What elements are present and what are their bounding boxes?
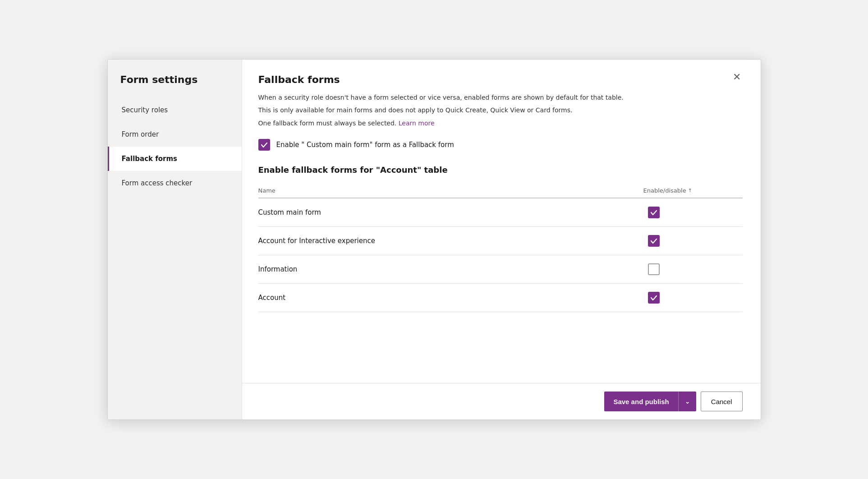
page-title: Fallback forms [258, 74, 340, 85]
description-2: This is only available for main forms an… [258, 105, 743, 115]
table-row: Account [258, 284, 743, 312]
description-3: One fallback form must always be selecte… [258, 118, 743, 128]
form-enable-checkbox[interactable] [648, 263, 660, 275]
form-name-cell: Custom main form [258, 208, 643, 216]
sidebar-item-fallback-forms[interactable]: Fallback forms [108, 147, 242, 171]
sort-arrow-icon[interactable]: ↑ [688, 188, 692, 193]
main-header: Fallback forms ✕ [242, 60, 761, 85]
learn-more-link[interactable]: Learn more [399, 120, 435, 127]
checkmark-icon [650, 209, 657, 216]
sidebar-item-security-roles[interactable]: Security roles [108, 98, 242, 122]
col-header-name: Name [258, 187, 643, 194]
close-button[interactable]: ✕ [731, 72, 743, 82]
form-name-cell: Account [258, 294, 643, 302]
description-1: When a security role doesn't have a form… [258, 92, 743, 102]
form-enable-cell [643, 263, 743, 275]
col-header-enable: Enable/disable ↑ [643, 187, 743, 194]
checkmark-icon [650, 237, 657, 244]
footer: Save and publish ⌄ Cancel [242, 383, 761, 419]
table-row: Information [258, 255, 743, 284]
sidebar-item-form-access-checker[interactable]: Form access checker [108, 171, 242, 195]
main-content: When a security role doesn't have a form… [242, 85, 761, 383]
forms-table: Name Enable/disable ↑ Custom main formAc… [258, 184, 743, 312]
sidebar-nav: Security rolesForm orderFallback formsFo… [108, 98, 242, 195]
section-subtitle: Enable fallback forms for "Account" tabl… [258, 165, 743, 175]
sidebar: Form settings Security rolesForm orderFa… [108, 60, 242, 419]
save-publish-button[interactable]: Save and publish ⌄ [604, 391, 696, 411]
form-settings-dialog: Form settings Security rolesForm orderFa… [107, 59, 761, 420]
table-body: Custom main formAccount for Interactive … [258, 198, 743, 312]
save-publish-label: Save and publish [604, 391, 678, 411]
table-header: Name Enable/disable ↑ [258, 184, 743, 198]
table-row: Custom main form [258, 198, 743, 227]
checkmark-icon [650, 294, 657, 301]
form-enable-cell [643, 235, 743, 247]
form-enable-checkbox[interactable] [648, 235, 660, 247]
main-panel: Fallback forms ✕ When a security role do… [242, 60, 761, 419]
cancel-button[interactable]: Cancel [701, 391, 743, 411]
checkmark-icon [261, 141, 268, 148]
fallback-form-checkbox[interactable] [258, 139, 270, 151]
sidebar-item-form-order[interactable]: Form order [108, 122, 242, 147]
form-enable-cell [643, 292, 743, 304]
sidebar-title: Form settings [108, 60, 242, 98]
fallback-form-checkbox-row: Enable " Custom main form" form as a Fal… [258, 139, 743, 151]
form-enable-checkbox[interactable] [648, 207, 660, 218]
form-enable-checkbox[interactable] [648, 292, 660, 304]
form-name-cell: Information [258, 265, 643, 273]
save-dropdown-arrow[interactable]: ⌄ [679, 391, 696, 411]
fallback-form-checkbox-label: Enable " Custom main form" form as a Fal… [276, 141, 454, 149]
table-row: Account for Interactive experience [258, 227, 743, 255]
form-enable-cell [643, 207, 743, 218]
form-name-cell: Account for Interactive experience [258, 237, 643, 245]
